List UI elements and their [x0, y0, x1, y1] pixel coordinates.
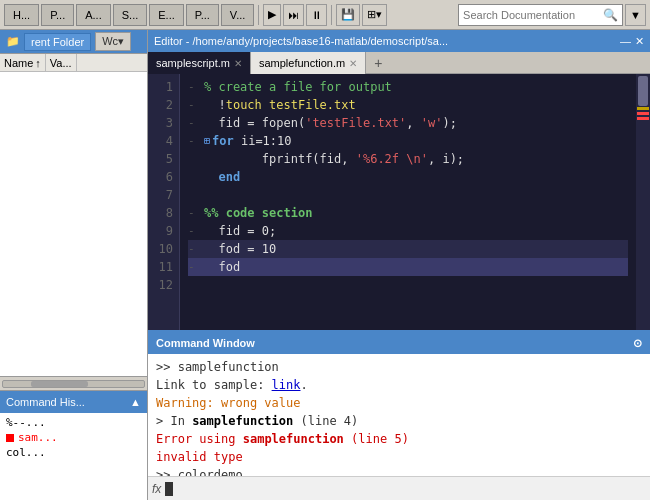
run-button[interactable]: ▶: [263, 4, 281, 26]
tab-label: samplescript.m: [156, 57, 230, 69]
file-list-header: Name ↑ Va...: [0, 54, 147, 72]
code-line-1: - % create a file for output: [188, 78, 628, 96]
cmd-cursor: [165, 482, 173, 496]
scroll-mark-yellow: [637, 107, 649, 110]
close-button[interactable]: ✕: [635, 35, 644, 48]
search-icon: 🔍: [603, 8, 618, 22]
step-button[interactable]: ⏭: [283, 4, 304, 26]
value-column-header[interactable]: Va...: [46, 54, 77, 71]
current-folder-tab[interactable]: rent Folder: [24, 33, 91, 51]
sort-icon: ↑: [35, 57, 41, 69]
horizontal-scrollbar[interactable]: [0, 376, 147, 390]
search-input[interactable]: [463, 9, 603, 21]
history-item[interactable]: col...: [4, 445, 143, 460]
tab-close[interactable]: ✕: [234, 58, 242, 69]
history-item-error[interactable]: sam...: [4, 430, 143, 445]
tab-script[interactable]: S...: [113, 4, 148, 26]
tab-close[interactable]: ✕: [349, 58, 357, 69]
filter-button[interactable]: ▼: [625, 4, 646, 26]
error-function-ref[interactable]: samplefunction: [243, 432, 344, 446]
code-line-5: fprintf(fid, '%6.2f \n', i);: [188, 150, 628, 168]
tab-add-button[interactable]: +: [366, 52, 390, 74]
cmd-input-bar[interactable]: fx: [148, 476, 650, 500]
code-line-7: [188, 186, 628, 204]
cmd-line-colordemo: >> colordemo: [156, 466, 642, 476]
fold-icon[interactable]: ⊞: [204, 132, 210, 150]
function-ref[interactable]: samplefunction: [192, 414, 293, 428]
history-item[interactable]: %--...: [4, 415, 143, 430]
cmd-history-expand[interactable]: ▲: [130, 396, 141, 408]
cmd-history-header: Command His... ▲: [0, 391, 147, 413]
command-window: Command Window ⊙ >> samplefunction Link …: [148, 330, 650, 500]
cmd-line-warning: Warning: wrong value: [156, 394, 642, 412]
folder-bar: 📁 rent Folder Wc▾: [0, 30, 147, 54]
tab-samplefunction[interactable]: samplefunction.m ✕: [251, 52, 366, 74]
right-panel: Editor - /home/andy/projects/base16-matl…: [148, 30, 650, 500]
code-line-6: end: [188, 168, 628, 186]
code-line-10: - fod = 10: [188, 240, 628, 258]
scroll-mark-red: [637, 112, 649, 115]
code-line-9: - fid = 0;: [188, 222, 628, 240]
save-button[interactable]: 💾: [336, 4, 360, 26]
tab-editor[interactable]: E...: [149, 4, 184, 26]
cmd-line: >> samplefunction: [156, 358, 642, 376]
vertical-scrollbar[interactable]: [636, 74, 650, 330]
left-panel: 📁 rent Folder Wc▾ Name ↑ Va... Command H…: [0, 30, 148, 500]
tab-samplescript[interactable]: samplescript.m ✕: [148, 52, 251, 74]
error-dot: [6, 434, 14, 442]
cmd-window-expand[interactable]: ⊙: [633, 337, 642, 350]
search-box[interactable]: 🔍: [458, 4, 623, 26]
workspace-tab[interactable]: Wc▾: [95, 32, 131, 51]
cmd-line-invalid: invalid type: [156, 448, 642, 466]
tab-plots[interactable]: P...: [41, 4, 74, 26]
folder-icon: 📁: [6, 35, 20, 48]
cmd-line-in: > In samplefunction (line 4): [156, 412, 642, 430]
toolbar: H... P... A... S... E... P... V... ▶ ⏭ ⏸…: [0, 0, 650, 30]
separator: [258, 5, 259, 25]
cmd-history-title: Command His...: [6, 396, 85, 408]
tab-view[interactable]: V...: [221, 4, 255, 26]
sep2: [331, 5, 332, 25]
more-button[interactable]: ⊞▾: [362, 4, 387, 26]
editor-titlebar: Editor - /home/andy/projects/base16-matl…: [148, 30, 650, 52]
cmd-line-error: Error using samplefunction (line 5): [156, 430, 642, 448]
file-list: [0, 72, 147, 376]
code-line-2: - !touch testFile.txt: [188, 96, 628, 114]
editor-tabs: samplescript.m ✕ samplefunction.m ✕ +: [148, 52, 650, 74]
name-column-header[interactable]: Name ↑: [0, 54, 46, 71]
code-line-8: - %% code section: [188, 204, 628, 222]
tab-apps[interactable]: A...: [76, 4, 111, 26]
scroll-thumb[interactable]: [31, 381, 87, 387]
editor-content: 1 2 3 4 5 6 7 8 9 10 11 12 -: [148, 74, 650, 330]
cmd-history-content: %--... sam... col...: [0, 413, 147, 500]
code-line-4: - ⊞for ii=1:10: [188, 132, 628, 150]
editor-title: Editor - /home/andy/projects/base16-matl…: [154, 35, 448, 47]
line-numbers: 1 2 3 4 5 6 7 8 9 10 11 12: [148, 74, 180, 330]
scroll-mark-red2: [637, 117, 649, 120]
tab-label: samplefunction.m: [259, 57, 345, 69]
code-line-12: [188, 276, 628, 294]
code-line-3: - fid = fopen('testFile.txt', 'w');: [188, 114, 628, 132]
editor-section: Editor - /home/andy/projects/base16-matl…: [148, 30, 650, 330]
tab-home[interactable]: H...: [4, 4, 39, 26]
scroll-track[interactable]: [2, 380, 145, 388]
sample-link[interactable]: link: [272, 378, 301, 392]
command-history-panel: Command His... ▲ %--... sam... col...: [0, 390, 147, 500]
pause-button[interactable]: ⏸: [306, 4, 327, 26]
code-line-11: - fod: [188, 258, 628, 276]
fx-label: fx: [152, 482, 161, 496]
cmd-window-title: Command Window: [156, 337, 255, 349]
main-layout: 📁 rent Folder Wc▾ Name ↑ Va... Command H…: [0, 30, 650, 500]
minimize-button[interactable]: —: [620, 35, 631, 48]
scroll-thumb-v[interactable]: [638, 76, 648, 106]
cmd-window-titlebar: Command Window ⊙: [148, 332, 650, 354]
tab-publish[interactable]: P...: [186, 4, 219, 26]
cmd-line-link: Link to sample: link.: [156, 376, 642, 394]
code-area[interactable]: - % create a file for output - !touch te…: [180, 74, 636, 330]
cmd-window-content[interactable]: >> samplefunction Link to sample: link. …: [148, 354, 650, 476]
